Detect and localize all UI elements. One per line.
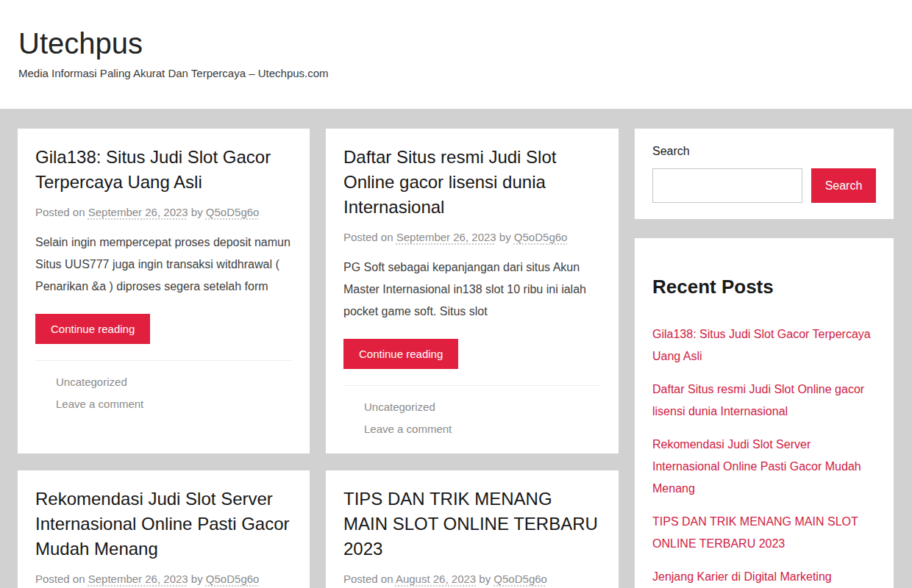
post-date-link[interactable]: September 26, 2023 — [88, 573, 188, 585]
list-item: Jenjang Karier di Digital Marketing — [652, 566, 876, 588]
post-card-3: Rekomendasi Judi Slot Server Internasion… — [18, 470, 310, 588]
post-title-link[interactable]: Rekomendasi Judi Slot Server Internasion… — [35, 489, 290, 559]
category-link[interactable]: Uncategorized — [56, 373, 292, 392]
list-item: Gila138: Situs Judi Slot Gacor Terpercay… — [652, 323, 876, 368]
post-meta: Posted on August 26, 2023 by Q5oD5g6o — [343, 572, 601, 587]
recent-post-link[interactable]: Daftar Situs resmi Judi Slot Online gaco… — [652, 383, 864, 417]
post-meta: Posted on September 26, 2023 by Q5oD5g6o — [35, 572, 292, 587]
post-title-link[interactable]: Daftar Situs resmi Judi Slot Online gaco… — [343, 147, 556, 217]
post-date-link[interactable]: August 26, 2023 — [396, 573, 476, 585]
post-excerpt: PG Soft sebagai kepanjangan dari situs A… — [343, 257, 601, 323]
content-area: Gila138: Situs Judi Slot Gacor Terpercay… — [0, 109, 912, 588]
site-title-link[interactable]: Utechpus — [18, 27, 143, 60]
post-divider — [343, 385, 601, 386]
by-label: by — [191, 573, 203, 585]
by-label: by — [499, 231, 511, 243]
leave-comment-link[interactable]: Leave a comment — [364, 420, 601, 439]
posted-on-label: Posted on — [343, 231, 393, 243]
leave-comment-link[interactable]: Leave a comment — [56, 395, 292, 414]
search-button[interactable]: Search — [811, 168, 876, 203]
post-author-link[interactable]: Q5oD5g6o — [206, 206, 260, 218]
post-title: TIPS DAN TRIK MENANG MAIN SLOT ONLINE TE… — [343, 487, 601, 562]
post-date-link[interactable]: September 26, 2023 — [88, 206, 188, 218]
site-tagline: Media Informasi Paling Akurat Dan Terper… — [18, 66, 894, 81]
post-footer: Uncategorized Leave a comment — [364, 398, 601, 439]
recent-posts-widget: Recent Posts Gila138: Situs Judi Slot Ga… — [635, 238, 894, 588]
category-link[interactable]: Uncategorized — [364, 398, 601, 417]
recent-posts-list: Gila138: Situs Judi Slot Gacor Terpercay… — [652, 323, 876, 588]
post-title: Rekomendasi Judi Slot Server Internasion… — [35, 487, 292, 562]
post-card-2: Daftar Situs resmi Judi Slot Online gaco… — [326, 129, 619, 453]
recent-post-link[interactable]: Gila138: Situs Judi Slot Gacor Terpercay… — [652, 328, 871, 362]
posts-grid: Gila138: Situs Judi Slot Gacor Terpercay… — [18, 129, 619, 588]
post-title: Gila138: Situs Judi Slot Gacor Terpercay… — [35, 145, 292, 195]
search-input[interactable] — [652, 168, 802, 203]
continue-reading-button[interactable]: Continue reading — [35, 314, 150, 344]
post-excerpt: Selain ingin mempercepat proses deposit … — [35, 232, 292, 298]
posted-on-label: Posted on — [35, 206, 85, 218]
list-item: TIPS DAN TRIK MENANG MAIN SLOT ONLINE TE… — [652, 511, 876, 555]
post-title-link[interactable]: Gila138: Situs Judi Slot Gacor Terpercay… — [35, 147, 271, 192]
search-widget: Search Search — [635, 129, 894, 219]
continue-reading-button[interactable]: Continue reading — [343, 339, 458, 369]
search-label: Search — [652, 143, 876, 159]
post-author-link[interactable]: Q5oD5g6o — [514, 231, 568, 243]
recent-post-link[interactable]: Jenjang Karier di Digital Marketing — [652, 570, 832, 583]
sidebar: Search Search Recent Posts Gila138: Situ… — [635, 129, 894, 588]
site-header: Utechpus Media Informasi Paling Akurat D… — [0, 0, 912, 109]
by-label: by — [191, 206, 203, 218]
posted-on-label: Posted on — [35, 573, 85, 585]
post-meta: Posted on September 26, 2023 by Q5oD5g6o — [35, 205, 292, 220]
recent-post-link[interactable]: TIPS DAN TRIK MENANG MAIN SLOT ONLINE TE… — [652, 515, 858, 550]
recent-post-link[interactable]: Rekomendasi Judi Slot Server Internasion… — [652, 438, 861, 495]
post-date-link[interactable]: September 26, 2023 — [396, 231, 496, 243]
post-title-link[interactable]: TIPS DAN TRIK MENANG MAIN SLOT ONLINE TE… — [343, 489, 598, 559]
post-title: Daftar Situs resmi Judi Slot Online gaco… — [343, 145, 601, 220]
post-card-1: Gila138: Situs Judi Slot Gacor Terpercay… — [18, 129, 310, 453]
post-card-4: TIPS DAN TRIK MENANG MAIN SLOT ONLINE TE… — [326, 470, 619, 588]
post-author-link[interactable]: Q5oD5g6o — [494, 573, 547, 585]
post-meta: Posted on September 26, 2023 by Q5oD5g6o — [343, 230, 601, 245]
list-item: Daftar Situs resmi Judi Slot Online gaco… — [652, 379, 876, 423]
post-author-link[interactable]: Q5oD5g6o — [206, 573, 260, 585]
site-title: Utechpus — [18, 26, 894, 60]
search-form: Search — [652, 168, 876, 203]
list-item: Rekomendasi Judi Slot Server Internasion… — [652, 434, 876, 500]
posted-on-label: Posted on — [343, 573, 393, 585]
recent-posts-title: Recent Posts — [652, 275, 876, 298]
post-footer: Uncategorized Leave a comment — [56, 373, 292, 414]
by-label: by — [479, 573, 491, 585]
post-divider — [35, 360, 292, 361]
